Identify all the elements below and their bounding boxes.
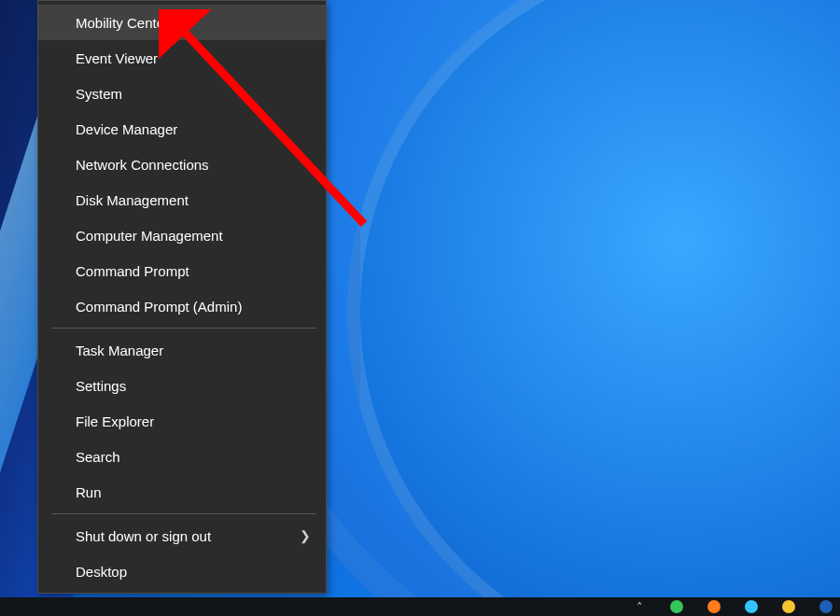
menu-item-label: Computer Management xyxy=(76,228,223,244)
menu-item-device-manager[interactable]: Device Manager xyxy=(38,111,326,147)
taskbar: ˄ xyxy=(0,597,840,616)
menu-item-command-prompt-admin[interactable]: Command Prompt (Admin) xyxy=(38,288,326,324)
menu-item-label: Mobility Center xyxy=(76,15,169,31)
menu-item-label: Desktop xyxy=(76,564,127,580)
menu-item-label: Settings xyxy=(76,378,126,394)
app-orange-icon[interactable] xyxy=(704,599,724,614)
wallpaper-shape xyxy=(347,0,840,616)
menu-item-label: Command Prompt xyxy=(76,263,189,279)
menu-item-label: Disk Management xyxy=(76,192,189,208)
chevron-up-icon[interactable]: ˄ xyxy=(629,599,650,614)
menu-item-task-manager[interactable]: Task Manager xyxy=(38,332,326,368)
menu-separator xyxy=(51,328,316,329)
menu-item-label: File Explorer xyxy=(76,413,154,429)
menu-item-label: Command Prompt (Admin) xyxy=(76,299,242,315)
menu-item-label: Device Manager xyxy=(76,121,177,137)
menu-separator xyxy=(51,513,316,514)
app-green-icon[interactable] xyxy=(666,599,687,614)
app-cyan-icon[interactable] xyxy=(741,599,762,614)
menu-item-computer-management[interactable]: Computer Management xyxy=(38,217,326,253)
system-tray: ˄ xyxy=(629,599,836,614)
menu-item-mobility-center[interactable]: Mobility Center xyxy=(38,5,326,40)
menu-item-event-viewer[interactable]: Event Viewer xyxy=(38,40,326,76)
menu-item-label: Network Connections xyxy=(76,157,209,173)
menu-item-label: Task Manager xyxy=(76,343,163,358)
menu-item-network-connections[interactable]: Network Connections xyxy=(38,147,326,182)
app-yellow-icon[interactable] xyxy=(778,599,799,614)
menu-item-search[interactable]: Search xyxy=(38,439,326,474)
menu-item-label: Run xyxy=(76,484,102,500)
menu-item-settings[interactable]: Settings xyxy=(38,368,326,403)
menu-item-disk-management[interactable]: Disk Management xyxy=(38,182,326,217)
menu-item-command-prompt[interactable]: Command Prompt xyxy=(38,253,326,288)
menu-item-run[interactable]: Run xyxy=(38,474,326,510)
menu-item-desktop[interactable]: Desktop xyxy=(38,553,326,589)
chevron-right-icon: ❯ xyxy=(300,528,311,543)
menu-item-system[interactable]: System xyxy=(38,76,326,111)
menu-item-label: Event Viewer xyxy=(76,50,158,66)
menu-item-label: System xyxy=(76,86,122,102)
menu-item-label: Search xyxy=(76,449,120,465)
menu-item-label: Shut down or sign out xyxy=(76,528,211,544)
menu-item-shut-down-or-sign-out[interactable]: Shut down or sign out❯ xyxy=(38,518,326,553)
app-darkblue-icon[interactable] xyxy=(816,599,836,614)
menu-item-file-explorer[interactable]: File Explorer xyxy=(38,403,326,439)
winx-context-menu: Mobility CenterEvent ViewerSystemDevice … xyxy=(37,0,327,594)
